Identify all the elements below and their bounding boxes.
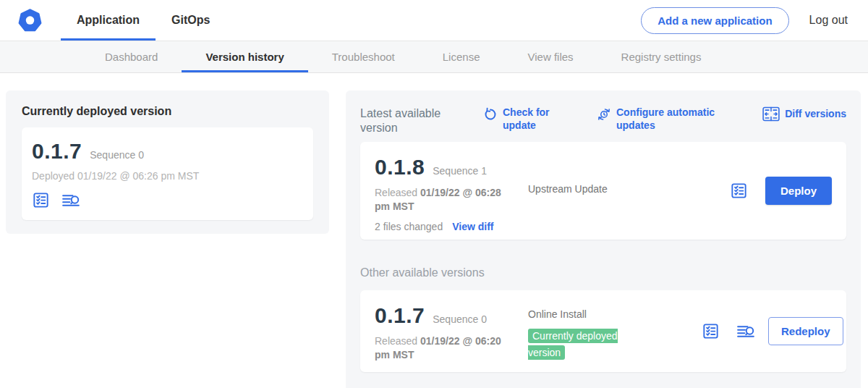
currently-deployed-badge: Currently deployed version <box>528 329 618 360</box>
diff-versions-button[interactable]: Diff versions <box>762 106 846 122</box>
deployed-version-row: 0.1.7 Sequence 0 <box>32 139 303 164</box>
configure-automatic-updates-label: Configure automatic updates <box>616 106 716 132</box>
other-released-timestamp: Released 01/19/22 @ 06:20 pm MST <box>375 334 503 362</box>
deployed-timestamp: Deployed 01/19/22 @ 06:26 pm MST <box>32 170 303 182</box>
latest-version-info: 0.1.8 Sequence 1 Released 01/19/22 @ 06:… <box>375 155 528 232</box>
other-versions-title: Other available versions <box>360 266 846 279</box>
other-version-source-block: Online Install Currently deployed versio… <box>528 303 702 360</box>
other-version-source: Online Install <box>528 308 702 320</box>
preflight-checks-icon[interactable] <box>32 191 50 209</box>
diff-versions-icon <box>762 106 780 122</box>
top-navbar: Application GitOps Add a new application… <box>0 0 868 41</box>
add-application-button[interactable]: Add a new application <box>641 7 788 34</box>
deploy-button[interactable]: Deploy <box>765 177 832 205</box>
preflight-checks-icon[interactable] <box>702 322 720 340</box>
nav-tab-gitops[interactable]: GitOps <box>156 0 226 41</box>
deployed-version-card: 0.1.7 Sequence 0 Deployed 01/19/22 @ 06:… <box>22 127 313 220</box>
subnav-tab-version-history[interactable]: Version history <box>182 41 307 72</box>
navbar-right: Add a new application Log out <box>641 7 848 34</box>
other-version-actions: Redeploy <box>702 317 843 345</box>
subnav-tab-view-files[interactable]: View files <box>503 41 597 72</box>
deployed-actions <box>32 191 303 209</box>
subnav-tab-dashboard[interactable]: Dashboard <box>81 41 182 72</box>
check-for-update-button[interactable]: Check for update <box>483 106 555 132</box>
nav-tab-application-label: Application <box>77 14 140 27</box>
subnav-tab-license[interactable]: License <box>419 41 504 72</box>
latest-version-actions: Deploy <box>730 177 832 205</box>
subnav-tab-registry-settings[interactable]: Registry settings <box>597 41 726 72</box>
view-logs-icon[interactable] <box>736 322 757 340</box>
nav-tab-gitops-label: GitOps <box>171 14 210 27</box>
latest-version-number: 0.1.8 <box>375 155 425 180</box>
diff-versions-label: Diff versions <box>785 108 846 121</box>
other-sequence-label: Sequence 0 <box>433 313 487 325</box>
clock-sync-icon <box>597 107 611 122</box>
deployed-sequence-label: Sequence 0 <box>90 149 144 161</box>
primary-nav: Application GitOps <box>61 0 226 41</box>
configure-automatic-updates-button[interactable]: Configure automatic updates <box>597 106 716 132</box>
currently-deployed-panel: Currently deployed version 0.1.7 Sequenc… <box>6 90 329 234</box>
files-changed-label: 2 files changed <box>375 221 443 232</box>
view-logs-icon[interactable] <box>61 191 82 209</box>
app-subnav: Dashboard Version history Troubleshoot L… <box>0 41 868 73</box>
check-for-update-label: Check for update <box>503 106 555 132</box>
preflight-checks-icon[interactable] <box>730 182 748 200</box>
currently-deployed-badge-wrap: Currently deployed version <box>528 328 635 360</box>
latest-version-card: 0.1.8 Sequence 1 Released 01/19/22 @ 06:… <box>360 142 846 240</box>
redeploy-button[interactable]: Redeploy <box>768 317 843 345</box>
latest-available-title: Latest available version <box>360 106 456 136</box>
currently-deployed-title: Currently deployed version <box>22 105 313 118</box>
refresh-icon <box>483 107 498 122</box>
latest-available-panel: Latest available version Check for updat… <box>346 90 861 388</box>
latest-panel-header: Latest available version Check for updat… <box>360 106 846 136</box>
deployed-version-number: 0.1.7 <box>32 139 82 164</box>
latest-version-source: Upstream Update <box>528 155 702 195</box>
logout-link[interactable]: Log out <box>809 14 848 27</box>
latest-sequence-label: Sequence 1 <box>433 165 487 177</box>
app-window: Application GitOps Add a new application… <box>0 0 868 388</box>
nav-tab-application[interactable]: Application <box>61 0 156 41</box>
app-logo-icon[interactable] <box>18 9 42 33</box>
other-version-card: 0.1.7 Sequence 0 Released 01/19/22 @ 06:… <box>360 290 846 372</box>
subnav-tab-troubleshoot[interactable]: Troubleshoot <box>308 41 419 72</box>
view-diff-link[interactable]: View diff <box>452 221 493 232</box>
other-version-number: 0.1.7 <box>375 303 425 328</box>
other-version-info: 0.1.7 Sequence 0 Released 01/19/22 @ 06:… <box>375 303 528 362</box>
latest-released-timestamp: Released 01/19/22 @ 06:28 pm MST <box>375 186 503 214</box>
